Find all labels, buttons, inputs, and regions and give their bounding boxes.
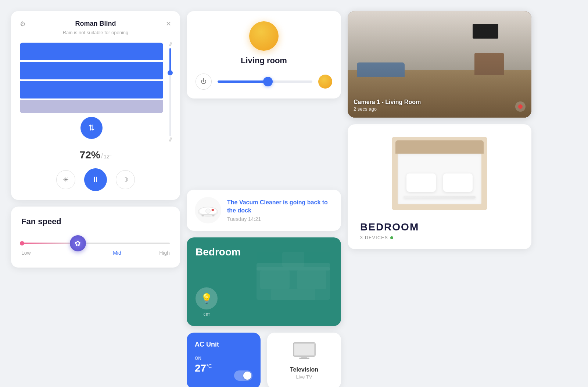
vacuum-time: Tuesday 14:21 [227,216,333,222]
rec-dot [518,104,523,109]
svg-rect-3 [201,215,204,216]
svg-rect-10 [297,270,326,289]
fan-thumb[interactable]: ✿ [70,235,86,251]
svg-rect-14 [294,344,314,355]
blind-handle[interactable]: ⇅ [80,117,103,139]
bed-sheet [398,154,481,204]
fan-speed-slider[interactable]: ✿ [21,243,170,244]
drag-dots-bottom: /// [169,138,171,142]
living-room-title: Living room [241,56,287,65]
blind-percentage: 72%/12° [20,149,171,161]
camera-info: Camera 1 - Living Room 2 secs ago [354,99,421,112]
moon-icon-button[interactable]: ☽ [116,170,135,189]
fan-label-mid: Mid [113,250,121,256]
bed-duvet [404,196,476,198]
svg-point-2 [206,209,211,214]
blind-vertical-slider[interactable]: /// /// [169,43,171,142]
svg-rect-4 [212,215,214,216]
bedroom-devices-count: 3 DEVICES [360,235,393,240]
bedroom-card-title: Bedroom [196,246,332,258]
fan-label-low: Low [21,250,31,256]
bed-photo [388,133,491,214]
tv-icon [293,342,316,363]
fan-label-high: High [159,250,170,256]
power-button[interactable]: ⏻ [196,74,212,90]
living-room-card: Living room ⏻ [187,11,341,98]
camera-card: Camera 1 - Living Room 2 secs ago [348,11,531,118]
bed-frame [392,137,487,210]
fan-speed-card: Fan speed ✿ Low Mid High [11,207,180,268]
roman-blind-subtitle: Rain is not suitable for opening [20,30,171,35]
bedroom-room-card: Bedroom 💡 Off [187,237,341,326]
camera-name: Camera 1 - Living Room [354,99,421,105]
tv-title: Television [290,366,318,373]
fan-speed-title: Fan speed [21,217,170,226]
svg-rect-11 [271,289,315,300]
brightness-slider[interactable] [218,80,312,83]
color-dot[interactable] [318,75,332,89]
vacuum-cleaner-card: The Vacum Cleaner is going back to the d… [187,190,341,231]
toggle-thumb [243,372,251,380]
ac-title: AC Unit [195,341,252,348]
blind-slats: ⇅ [20,43,163,139]
camera-time: 2 secs ago [354,106,421,112]
ac-unit-card: AC Unit ON 27°C [187,333,261,387]
pause-button[interactable]: ⏸ [84,168,107,191]
television-card: Television Live TV [267,333,341,387]
sun-icon-button[interactable]: ☀ [56,170,75,189]
bedroom-light-label: Off [203,312,209,317]
bed-pillow-right [443,173,473,192]
close-icon[interactable]: ✕ [166,20,171,28]
brightness-thumb[interactable] [263,77,273,86]
devices-row: AC Unit ON 27°C [187,333,341,387]
fan-start-dot [20,241,24,246]
tv-subtitle: Live TV [296,374,312,380]
ac-toggle[interactable] [234,370,252,381]
bulb-icon [249,21,279,51]
vacuum-image [195,197,221,223]
svg-rect-9 [260,270,290,289]
drag-dots-top: /// [169,43,171,47]
bedroom-photo-card: BEDROOM 3 DEVICES [348,124,531,249]
active-dot [390,236,393,239]
svg-point-6 [212,209,214,211]
bedroom-light-button[interactable]: 💡 Off [196,287,218,317]
roman-blind-title: Roman Blind [75,20,116,28]
bed-headboard [395,140,484,154]
bedroom-panel-label: BEDROOM [360,221,419,233]
recording-indicator [515,101,526,112]
ac-status: ON [195,356,252,361]
vacuum-title: The Vacum Cleaner is going back to the d… [227,198,333,215]
bedroom-light-icon[interactable]: 💡 [196,287,218,309]
roman-blind-card: ⚙ ✕ Roman Blind Rain is not suitable for… [11,11,180,200]
bed-pillow-left [406,173,436,192]
settings-icon[interactable]: ⚙ [20,20,26,28]
svg-rect-16 [299,358,309,359]
svg-rect-5 [201,214,215,215]
